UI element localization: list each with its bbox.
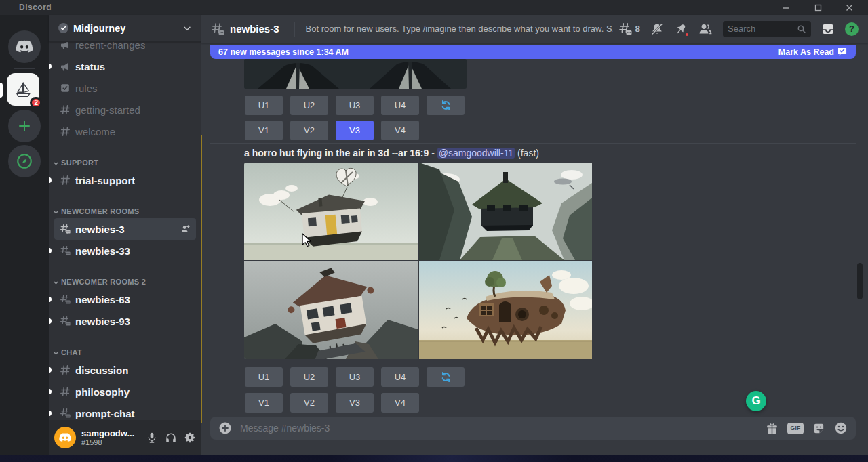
- grammarly-icon: G: [751, 394, 760, 408]
- sidebar-item-newbies-3[interactable]: newbies-3: [54, 218, 196, 240]
- refresh-icon: [440, 100, 452, 111]
- microphone-button[interactable]: [146, 432, 158, 444]
- category-newcomer-rooms[interactable]: NEWCOMER ROOMS: [53, 201, 196, 217]
- sticker-picker-button[interactable]: [812, 422, 825, 435]
- v4-button[interactable]: V4: [381, 393, 419, 413]
- sidebar-item-discussion[interactable]: discussion: [54, 359, 196, 381]
- generated-image-upscale[interactable]: [244, 59, 467, 89]
- minimize-icon: [782, 4, 789, 12]
- inbox-button[interactable]: [821, 22, 835, 36]
- grammarly-button[interactable]: G: [746, 391, 766, 411]
- help-button[interactable]: ?: [845, 22, 859, 36]
- emoji-picker-button[interactable]: [834, 421, 848, 435]
- member-list-button[interactable]: [698, 22, 713, 36]
- explore-servers-button[interactable]: [8, 145, 41, 177]
- prompt-text: a horro hut flying in the air in 3d --ar…: [244, 148, 429, 159]
- sidebar-item-trial-support[interactable]: trial-support: [54, 169, 196, 191]
- threads-button[interactable]: 8: [618, 22, 640, 36]
- headphones-button[interactable]: [165, 432, 177, 444]
- generated-image-2[interactable]: [419, 163, 592, 260]
- generated-image-4[interactable]: [419, 261, 592, 359]
- u1-button[interactable]: U1: [245, 367, 283, 387]
- hash-bubble-icon: [60, 408, 71, 419]
- discord-logo-icon: [15, 37, 34, 56]
- mention-badge: 2: [30, 97, 42, 108]
- sidebar-item-prompt-chat[interactable]: prompt-chat: [54, 402, 196, 420]
- unread-pill: [49, 389, 52, 394]
- user-discriminator: #1598: [81, 438, 134, 446]
- unread-pill: [49, 411, 52, 416]
- sidebar-item-philosophy[interactable]: philosophy: [54, 381, 196, 402]
- new-messages-banner[interactable]: 67 new messages since 1:34 AM Mark As Re…: [210, 45, 856, 59]
- server-header[interactable]: Midjourney: [49, 15, 201, 42]
- v2-button[interactable]: V2: [290, 121, 328, 140]
- sidebar-item-welcome[interactable]: welcome: [54, 121, 196, 142]
- window-title: Discord: [19, 3, 52, 12]
- u4-button[interactable]: U4: [381, 96, 419, 115]
- suits-image: [244, 59, 467, 89]
- verified-badge-icon: [58, 23, 68, 33]
- server-icon-midjourney[interactable]: 2: [7, 73, 39, 106]
- category-chat[interactable]: CHAT: [53, 341, 196, 358]
- v1-button[interactable]: V1: [245, 393, 283, 413]
- gear-icon: [184, 432, 196, 444]
- sidebar-item-newbies-63[interactable]: newbies-63: [54, 289, 196, 310]
- home-button[interactable]: [8, 30, 41, 63]
- unread-pill: [49, 297, 52, 302]
- channel-topic[interactable]: Bot room for new users. Type /imagine th…: [306, 24, 614, 34]
- add-server-button[interactable]: [8, 110, 41, 142]
- pinned-messages-button[interactable]: [674, 22, 688, 36]
- v3-button-selected[interactable]: V3: [336, 121, 374, 140]
- search-input[interactable]: [728, 24, 794, 34]
- user-mention[interactable]: @samgoodwill-11: [437, 148, 515, 159]
- v2-button[interactable]: V2: [290, 393, 328, 413]
- taskbar-strip: [0, 455, 868, 462]
- reroll-button[interactable]: [427, 367, 465, 387]
- generated-image-3[interactable]: [244, 261, 418, 359]
- message-input[interactable]: [240, 423, 757, 434]
- user-info[interactable]: samgoodw... #1598: [81, 429, 134, 446]
- user-avatar[interactable]: [54, 427, 76, 448]
- message-composer[interactable]: GIF: [210, 417, 856, 440]
- message2-upscale-buttons: U1 U2 U3 U4: [245, 367, 465, 387]
- settings-button[interactable]: [184, 432, 196, 444]
- reroll-button[interactable]: [427, 96, 465, 115]
- u3-button[interactable]: U3: [336, 96, 374, 115]
- window-minimize-button[interactable]: [770, 0, 800, 15]
- threads-count: 8: [635, 24, 640, 34]
- compass-icon: [16, 152, 33, 170]
- gift-button[interactable]: [766, 422, 778, 435]
- unread-pill: [49, 248, 52, 253]
- v3-button[interactable]: V3: [336, 393, 374, 413]
- window-maximize-button[interactable]: [803, 0, 833, 15]
- sidebar-item-getting-started[interactable]: getting-started: [54, 99, 196, 121]
- mark-as-read-button[interactable]: Mark As Read: [778, 47, 848, 57]
- u4-button[interactable]: U4: [381, 367, 419, 387]
- generated-image-grid[interactable]: [244, 163, 593, 359]
- search-bar[interactable]: [723, 21, 811, 37]
- create-invite-button[interactable]: [180, 224, 191, 234]
- u2-button[interactable]: U2: [290, 367, 328, 387]
- u1-button[interactable]: U1: [245, 96, 283, 115]
- valley-house-image: [419, 163, 592, 260]
- gif-picker-button[interactable]: GIF: [787, 423, 804, 434]
- v1-button[interactable]: V1: [245, 121, 283, 140]
- chat-scrollbar[interactable]: [857, 263, 863, 299]
- invite-person-icon: [180, 224, 191, 234]
- notifications-muted-button[interactable]: [650, 22, 664, 36]
- category-newcomer-rooms-2[interactable]: NEWCOMER ROOMS 2: [53, 271, 196, 287]
- generated-image-1[interactable]: [244, 163, 418, 260]
- sidebar-item-rules[interactable]: rules: [54, 77, 196, 99]
- u3-button[interactable]: U3: [336, 367, 374, 387]
- v4-button[interactable]: V4: [381, 121, 419, 140]
- category-support[interactable]: SUPPORT: [53, 152, 196, 168]
- sidebar-item-status[interactable]: status: [54, 56, 196, 77]
- sidebar-item-newbies-33[interactable]: newbies-33: [54, 240, 196, 261]
- window-close-button[interactable]: [834, 0, 864, 15]
- attach-file-button[interactable]: [218, 421, 232, 435]
- u2-button[interactable]: U2: [290, 96, 328, 115]
- server-rail: 2: [0, 15, 49, 455]
- sidebar-item-newbies-93[interactable]: newbies-93: [54, 310, 196, 332]
- sidebar-item-recent-changes[interactable]: recent-changes: [54, 42, 196, 56]
- refresh-icon: [440, 371, 452, 383]
